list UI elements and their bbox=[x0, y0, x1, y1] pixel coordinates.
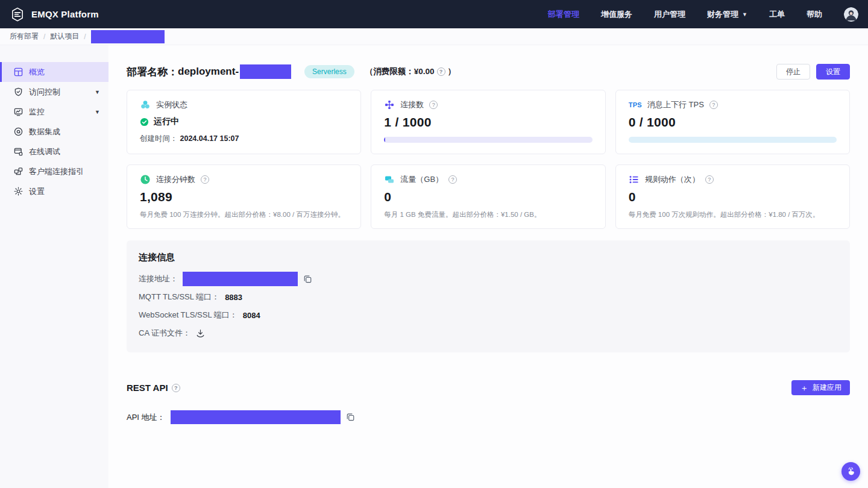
connection-minutes-value: 1,089 bbox=[140, 190, 348, 204]
pricing-note: 每月免费 100 万次规则动作。超出部分价格：¥1.80 / 百万次。 bbox=[629, 210, 837, 219]
check-circle-icon bbox=[140, 117, 149, 127]
nav-item-value-added-services[interactable]: 增值服务 bbox=[601, 9, 632, 20]
new-app-button[interactable]: ＋ 新建应用 bbox=[791, 380, 850, 395]
debug-icon bbox=[14, 147, 23, 156]
pricing-note: 每月 1 GB 免费流量。超出部分价格：¥1.50 / GB。 bbox=[384, 210, 592, 219]
serverless-badge: Serverless bbox=[304, 65, 354, 78]
shield-icon bbox=[14, 87, 23, 96]
connections-card: 连接数 ? 1 / 1000 bbox=[371, 90, 605, 154]
connections-progress-bar bbox=[384, 137, 592, 143]
help-icon[interactable]: ? bbox=[172, 384, 180, 392]
copy-api-address-button[interactable] bbox=[345, 411, 356, 423]
rest-api-title: REST API ? bbox=[127, 383, 180, 393]
card-title: 连接分钟数 bbox=[156, 174, 195, 185]
ca-cert-row: CA 证书文件： bbox=[139, 326, 838, 340]
card-title: 消息上下行 TPS bbox=[647, 99, 704, 110]
spend-limit: （消费限额：¥0.00 ? ） bbox=[365, 66, 456, 77]
settings-button[interactable]: 设置 bbox=[816, 64, 850, 80]
chevron-down-icon: ▼ bbox=[95, 109, 100, 115]
tps-icon: TPS bbox=[629, 101, 642, 108]
nav-item-help[interactable]: 帮助 bbox=[807, 9, 822, 20]
help-icon[interactable]: ? bbox=[448, 175, 457, 184]
deployment-header: 部署名称： deployment- Serverless （消费限额：¥0.00… bbox=[127, 63, 850, 80]
mqtt-port-value: 8883 bbox=[225, 293, 242, 302]
sidebar-item-access-control[interactable]: 访问控制 ▼ bbox=[0, 82, 108, 102]
download-ca-button[interactable] bbox=[195, 328, 206, 339]
tps-value: 0 / 1000 bbox=[629, 115, 837, 130]
breadcrumb-default-project[interactable]: 默认项目 bbox=[50, 31, 79, 42]
connections-value: 1 / 1000 bbox=[384, 115, 592, 130]
brand[interactable]: EMQX Platform bbox=[10, 7, 99, 22]
sidebar-item-client-connection-guide[interactable]: 客户端连接指引 bbox=[0, 161, 108, 181]
instance-status-card: 实例状态 运行中 创建时间：2024.04.17 15:07 bbox=[127, 90, 361, 154]
breadcrumb-separator: / bbox=[84, 33, 86, 41]
rule-actions-card: 规则动作（次） ? 0 每月免费 100 万次规则动作。超出部分价格：¥1.80… bbox=[615, 164, 850, 229]
breadcrumb: 所有部署 / 默认项目 / bbox=[0, 28, 868, 45]
stats-cards: 实例状态 运行中 创建时间：2024.04.17 15:07 连接数 ? 1 /… bbox=[127, 90, 850, 229]
help-icon[interactable]: ? bbox=[201, 175, 209, 184]
traffic-value: 0 bbox=[384, 190, 592, 204]
tap-hand-icon bbox=[846, 466, 856, 477]
created-time: 创建时间：2024.04.17 15:07 bbox=[140, 134, 348, 144]
sidebar-item-monitoring[interactable]: 监控 ▼ bbox=[0, 102, 108, 122]
breadcrumb-deployment-redacted bbox=[91, 30, 165, 43]
connection-minutes-card: 连接分钟数 ? 1,089 每月免费 100 万连接分钟。超出部分价格：¥8.0… bbox=[127, 164, 361, 229]
tps-progress-bar bbox=[629, 137, 837, 143]
main-nav: 部署管理 增值服务 用户管理 财务管理▼ 工单 帮助 bbox=[548, 7, 858, 22]
overview-icon bbox=[14, 67, 23, 77]
emqx-logo-icon bbox=[10, 7, 25, 22]
deployment-name-label: 部署名称： bbox=[127, 65, 178, 79]
connection-address-redacted bbox=[183, 272, 298, 286]
plus-icon: ＋ bbox=[800, 384, 808, 392]
breadcrumb-all-deployments[interactable]: 所有部署 bbox=[10, 31, 39, 42]
chevron-down-icon: ▼ bbox=[742, 12, 747, 17]
api-address-row: API 地址： bbox=[127, 410, 850, 424]
stop-button[interactable]: 停止 bbox=[776, 64, 810, 80]
mqtt-port-label: MQTT TLS/SSL 端口： bbox=[139, 292, 219, 302]
api-address-label: API 地址： bbox=[127, 412, 165, 423]
help-icon[interactable]: ? bbox=[709, 101, 718, 109]
chevron-down-icon: ▼ bbox=[95, 89, 100, 95]
copy-icon bbox=[346, 413, 355, 422]
connections-icon bbox=[384, 99, 395, 110]
gear-icon bbox=[14, 187, 23, 196]
sidebar-item-online-debug[interactable]: 在线调试 bbox=[0, 142, 108, 161]
api-address-redacted bbox=[171, 410, 341, 424]
websocket-port-label: WebSocket TLS/SSL 端口： bbox=[139, 310, 237, 321]
rest-api-section: REST API ? ＋ 新建应用 API 地址： bbox=[127, 380, 850, 424]
deployment-name-redacted bbox=[240, 64, 291, 79]
card-title: 规则动作（次） bbox=[645, 174, 700, 185]
connection-info-title: 连接信息 bbox=[139, 252, 838, 263]
connection-address-row: 连接地址： bbox=[139, 272, 838, 286]
traffic-card: 流量（GB） ? 0 每月 1 GB 免费流量。超出部分价格：¥1.50 / G… bbox=[371, 164, 605, 229]
help-icon[interactable]: ? bbox=[705, 175, 714, 184]
main-content: 部署名称： deployment- Serverless （消费限额：¥0.00… bbox=[108, 45, 868, 488]
user-avatar[interactable] bbox=[844, 7, 858, 22]
nav-item-billing[interactable]: 财务管理▼ bbox=[707, 9, 747, 20]
rule-actions-value: 0 bbox=[629, 190, 837, 204]
rule-list-icon bbox=[629, 174, 640, 185]
download-icon bbox=[196, 329, 205, 338]
brand-name: EMQX Platform bbox=[31, 9, 99, 19]
client-guide-icon bbox=[14, 167, 23, 176]
tps-card: TPS 消息上下行 TPS ? 0 / 1000 bbox=[615, 90, 850, 154]
help-icon[interactable]: ? bbox=[429, 101, 438, 109]
sidebar-item-settings[interactable]: 设置 bbox=[0, 181, 108, 201]
nav-item-user-management[interactable]: 用户管理 bbox=[654, 9, 685, 20]
data-integration-icon bbox=[14, 127, 23, 136]
monitor-icon bbox=[14, 107, 23, 116]
clock-icon bbox=[140, 174, 151, 185]
pricing-note: 每月免费 100 万连接分钟。超出部分价格：¥8.00 / 百万连接分钟。 bbox=[140, 210, 348, 219]
nav-item-deployments[interactable]: 部署管理 bbox=[548, 9, 579, 20]
card-title: 连接数 bbox=[400, 99, 424, 110]
sidebar-item-data-integration[interactable]: 数据集成 bbox=[0, 122, 108, 142]
sidebar-item-overview[interactable]: 概览 bbox=[0, 62, 108, 82]
copy-address-button[interactable] bbox=[302, 274, 313, 285]
card-title: 流量（GB） bbox=[400, 174, 443, 185]
cluster-icon bbox=[140, 99, 151, 110]
sidebar: 概览 访问控制 ▼ 监控 ▼ 数据集成 在线调试 客户端连接指引 设置 bbox=[0, 45, 108, 488]
connection-address-label: 连接地址： bbox=[139, 274, 178, 284]
feedback-fab-button[interactable] bbox=[841, 462, 860, 481]
help-icon[interactable]: ? bbox=[437, 67, 445, 76]
nav-item-tickets[interactable]: 工单 bbox=[769, 9, 785, 20]
